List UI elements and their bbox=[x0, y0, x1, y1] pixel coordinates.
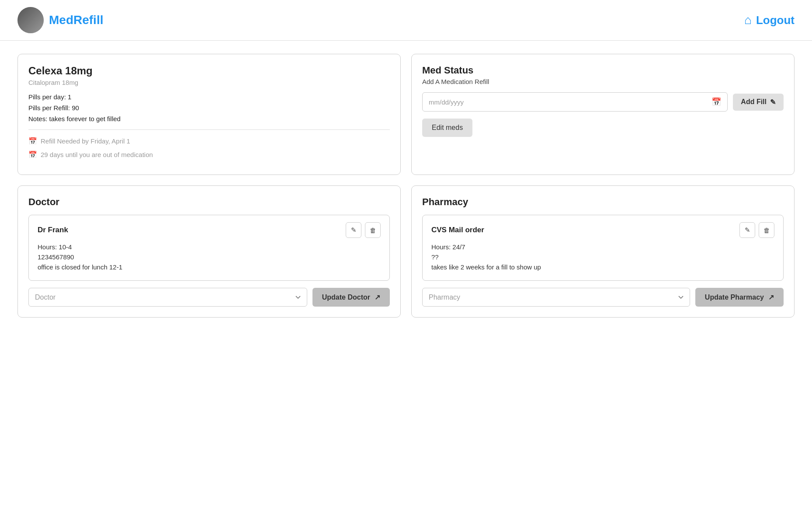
pharmacy-bottom-row: Pharmacy Update Pharmacy ↗ bbox=[422, 288, 784, 307]
medication-card: Celexa 18mg Citalopram 18mg Pills per da… bbox=[17, 54, 401, 175]
med-refill-needed-row: 📅 Refill Needed by Friday, April 1 bbox=[28, 137, 390, 145]
pharmacy-phone: ?? bbox=[431, 253, 774, 261]
calendar-icon-refill: 📅 bbox=[28, 137, 37, 145]
add-fill-edit-icon: ✎ bbox=[770, 98, 776, 106]
doctor-section-title: Doctor bbox=[28, 196, 390, 208]
date-calendar-icon: 📅 bbox=[711, 97, 721, 107]
pharmacy-edit-icon: ✎ bbox=[745, 226, 750, 234]
doctor-delete-button[interactable]: 🗑 bbox=[365, 222, 381, 238]
doctor-edit-icon: ✎ bbox=[351, 226, 357, 234]
pharmacy-name: CVS Mail order bbox=[431, 226, 484, 234]
add-fill-button[interactable]: Add Fill ✎ bbox=[733, 94, 784, 111]
doctor-card: Doctor Dr Frank ✎ 🗑 Hours: 10-4 12345678… bbox=[17, 185, 401, 318]
pharmacy-hours: Hours: 24/7 bbox=[431, 243, 774, 251]
pharmacy-notes: takes like 2 weeks for a fill to show up bbox=[431, 263, 774, 271]
med-name: Celexa 18mg bbox=[28, 65, 390, 77]
pharmacy-section-title: Pharmacy bbox=[422, 196, 784, 208]
app-title: MedRefill bbox=[49, 13, 103, 27]
update-doctor-label: Update Doctor bbox=[322, 293, 370, 301]
app-header: MedRefill ⌂ Logout bbox=[0, 0, 812, 41]
logout-button[interactable]: Logout bbox=[756, 14, 795, 27]
doctor-actions: ✎ 🗑 bbox=[346, 222, 381, 238]
update-pharmacy-button[interactable]: Update Pharmacy ↗ bbox=[695, 288, 784, 307]
med-status-subtitle: Add A Medication Refill bbox=[422, 78, 784, 85]
pharmacy-edit-button[interactable]: ✎ bbox=[739, 222, 755, 238]
doctor-trash-icon: 🗑 bbox=[370, 227, 376, 234]
header-left: MedRefill bbox=[17, 7, 103, 33]
doctor-phone: 1234567890 bbox=[38, 253, 381, 261]
update-doctor-button[interactable]: Update Doctor ↗ bbox=[312, 288, 390, 307]
med-days-out-row: 📅 29 days until you are out of medicatio… bbox=[28, 150, 390, 159]
pharmacy-delete-button[interactable]: 🗑 bbox=[759, 222, 774, 238]
pharmacy-card: Pharmacy CVS Mail order ✎ 🗑 Hours: 24/7 … bbox=[411, 185, 795, 318]
header-right: ⌂ Logout bbox=[744, 13, 795, 27]
pharmacy-inner-card: CVS Mail order ✎ 🗑 Hours: 24/7 ?? takes … bbox=[422, 215, 784, 281]
med-pills-per-refill: Pills per Refill: 90 bbox=[28, 104, 390, 112]
update-doctor-icon: ↗ bbox=[375, 293, 380, 301]
avatar bbox=[17, 7, 44, 33]
date-placeholder: mm/dd/yyyy bbox=[429, 98, 464, 106]
pharmacy-select[interactable]: Pharmacy bbox=[422, 288, 690, 307]
update-pharmacy-icon: ↗ bbox=[768, 293, 774, 301]
pharmacy-inner-header: CVS Mail order ✎ 🗑 bbox=[431, 222, 774, 238]
pharmacy-actions: ✎ 🗑 bbox=[739, 222, 774, 238]
doctor-inner-card: Dr Frank ✎ 🗑 Hours: 10-4 1234567890 offi… bbox=[28, 215, 390, 281]
doctor-inner-header: Dr Frank ✎ 🗑 bbox=[38, 222, 381, 238]
med-generic: Citalopram 18mg bbox=[28, 79, 390, 86]
med-days-until-out: 29 days until you are out of medication bbox=[41, 151, 153, 158]
edit-meds-button[interactable]: Edit meds bbox=[422, 119, 472, 137]
doctor-edit-button[interactable]: ✎ bbox=[346, 222, 361, 238]
med-divider bbox=[28, 129, 390, 130]
pharmacy-trash-icon: 🗑 bbox=[763, 227, 770, 234]
med-refill-needed: Refill Needed by Friday, April 1 bbox=[41, 137, 130, 145]
med-status-title: Med Status bbox=[422, 65, 784, 76]
home-icon[interactable]: ⌂ bbox=[744, 13, 752, 27]
doctor-name: Dr Frank bbox=[38, 226, 68, 234]
doctor-bottom-row: Doctor Update Doctor ↗ bbox=[28, 288, 390, 307]
main-content: Celexa 18mg Citalopram 18mg Pills per da… bbox=[0, 41, 812, 331]
doctor-notes: office is closed for lunch 12-1 bbox=[38, 263, 381, 271]
doctor-hours: Hours: 10-4 bbox=[38, 243, 381, 251]
update-pharmacy-label: Update Pharmacy bbox=[705, 293, 764, 301]
med-pills-per-day: Pills per day: 1 bbox=[28, 93, 390, 101]
calendar-icon-days: 📅 bbox=[28, 150, 37, 159]
doctor-select[interactable]: Doctor bbox=[28, 288, 307, 307]
add-fill-row: mm/dd/yyyy 📅 Add Fill ✎ bbox=[422, 92, 784, 112]
med-notes: Notes: takes forever to get filled bbox=[28, 115, 390, 122]
date-input-container[interactable]: mm/dd/yyyy 📅 bbox=[422, 92, 728, 112]
med-status-card: Med Status Add A Medication Refill mm/dd… bbox=[411, 54, 795, 175]
